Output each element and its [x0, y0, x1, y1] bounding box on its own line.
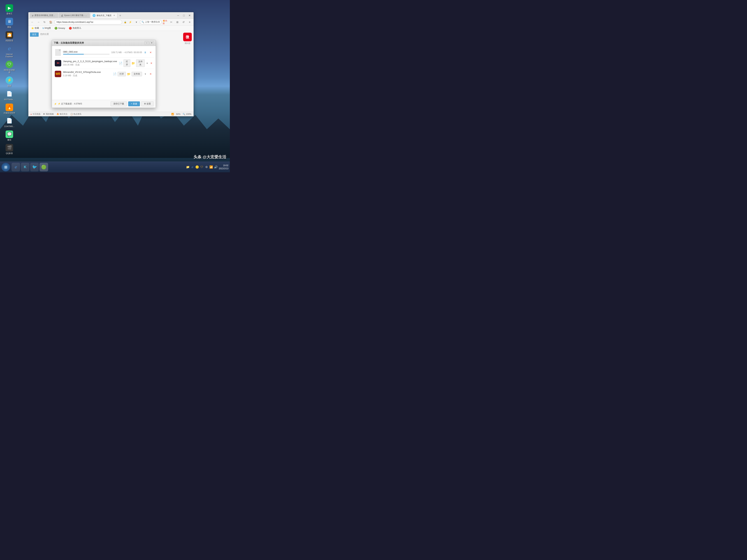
desktop-icon-file60[interactable]: 📄 60376e6e...: [2, 89, 17, 101]
status-bar: ● 今日优选 ▶ 我的视频 🔥 每日关注 📋 热点资讯 📶 84% 🔍 100%: [28, 112, 194, 116]
tray-settings-icon[interactable]: ⚙: [205, 165, 208, 169]
search-icon: 🔍: [141, 21, 144, 23]
expand-btn-2[interactable]: ▾: [146, 61, 149, 65]
download-meta-2: 333.35 MB · 完成: [63, 63, 117, 66]
desktop-icon-qiyi[interactable]: ▶ 爱奇艺: [2, 4, 17, 16]
bookmark-bing[interactable]: b bing搜: [41, 26, 52, 30]
filename-2: Jianying_pro_2_3_0_5110_jianyingpro_baid…: [63, 60, 117, 63]
forward-button[interactable]: →: [36, 20, 41, 25]
download-item-1: l380_l383.exe 109.71 MB - 4.07M/S 00:00:…: [53, 47, 154, 58]
desktop-icon-qq-video[interactable]: 🎬 QQ影音: [2, 143, 17, 155]
desktop-icon-net[interactable]: 🖥 网络: [2, 17, 17, 29]
open-file-icon-2: 📄: [119, 61, 123, 65]
minimize-button[interactable]: ─: [176, 13, 181, 18]
start-button[interactable]: [1, 163, 10, 171]
tab-3[interactable]: 🌐 驱动天空_下载页 ✕: [90, 13, 118, 18]
screenshot-tool[interactable]: ✂: [169, 20, 174, 25]
dropdown-btn[interactable]: ▾: [134, 20, 139, 25]
maximize-button[interactable]: □: [181, 13, 186, 18]
tray-icons: 📁 ℯ 🟡 🛡 ⚙ 📶 🔊: [186, 165, 218, 169]
dialog-minimize-btn[interactable]: ─: [145, 41, 149, 45]
dialog-controls: ─ ✕: [145, 41, 154, 45]
grid-view-icon[interactable]: ⊞: [175, 20, 180, 25]
desktop-icon-wechat[interactable]: 💬 微信: [2, 130, 17, 142]
tab-3-icon: 🌐: [93, 14, 96, 17]
lightning-icon: ⚡: [128, 20, 133, 25]
hot-news-btn[interactable]: 📋 热点资讯: [70, 113, 81, 115]
new-tab-button[interactable]: +: [118, 13, 123, 18]
lightning-icon: ⚡: [54, 103, 57, 105]
close-button[interactable]: ✕: [187, 13, 192, 18]
tab-2-icon: 🖨: [61, 14, 63, 17]
stop-button-1[interactable]: ✕: [149, 50, 153, 55]
bookmark-old-west[interactable]: 🔴 泡老西儿: [67, 26, 83, 30]
desktop-icon-video[interactable]: 🎦 光影影音: [2, 30, 17, 43]
delete-btn-3[interactable]: ✕: [149, 72, 153, 76]
bird-icon: 🐦: [32, 165, 37, 169]
download-speed-val-1: 4.07M/S: [125, 51, 133, 54]
taskbar-bird[interactable]: 🐦: [30, 163, 39, 171]
address-input[interactable]: [54, 20, 122, 24]
old-west-icon: 🔴: [69, 27, 72, 30]
download-info-2: Jianying_pro_2_3_0_5110_jianyingpro_baid…: [63, 60, 117, 66]
desktop-icon-xunlei[interactable]: ⚡ 迅雷: [2, 76, 17, 88]
tab-2[interactable]: 🖨 Epson L383 驱动下载 - 驱动天: [58, 13, 90, 18]
taskbar-k[interactable]: K: [21, 163, 29, 171]
tray-folder-icon[interactable]: 📁: [186, 165, 190, 169]
nav-home-btn[interactable]: 首页: [30, 32, 39, 37]
expand-btn-3[interactable]: ▾: [143, 72, 148, 76]
bookmark-greasy[interactable]: 🟢 Greasy: [53, 26, 67, 30]
menu-button[interactable]: ≡: [187, 20, 192, 25]
search-query: 上海一教师自杀: [145, 21, 160, 24]
desktop-icon-area: ▶ 爱奇艺 🖥 网络 🎦 光影影音 ℯ Internet Explorer 🛡 …: [2, 4, 17, 155]
desktop-icon-file21[interactable]: 📄 21047885...: [2, 116, 17, 128]
page-content: 首页 您的位置 微 博问答: [28, 31, 194, 40]
open-btn-3[interactable]: 打开: [118, 72, 126, 76]
weibo-icon[interactable]: 微: [183, 33, 192, 41]
clear-downloads-btn[interactable]: 清空已下载: [111, 101, 127, 106]
browser-title-bar: ℯ 爱普生l383驱动_百度搜索 🖨 Epson L383 驱动下载 - 驱动天…: [28, 12, 194, 19]
file-icon-3: WR: [55, 71, 61, 77]
folder-btn-3[interactable]: 文件夹: [132, 72, 142, 76]
new-download-btn[interactable]: + 新建: [128, 101, 140, 106]
download-list: l380_l383.exe 109.71 MB - 4.07M/S 00:00:…: [52, 46, 156, 100]
refresh-button[interactable]: ↻: [42, 20, 47, 25]
tray-orange-icon[interactable]: 🟡: [195, 165, 199, 169]
dialog-footer: ⚡ ⚡ 总下载速度：4.07M/S 清空已下载 + 新建 ⚙ 设置: [52, 100, 156, 108]
ie-icon: ℯ: [15, 165, 17, 169]
desktop-icon-ie[interactable]: ℯ Internet Explorer: [2, 44, 17, 58]
back-button[interactable]: ←: [30, 20, 35, 25]
delete-btn-2[interactable]: ✕: [150, 61, 153, 65]
folder-btn-2[interactable]: 文件夹: [136, 59, 145, 67]
download-item-3: WR Winrarx64_V5.9.0_XiTongZhiJia.exe 3.1…: [53, 69, 154, 79]
zoom-level: 🔍 100%: [183, 113, 191, 115]
tab-3-close-icon[interactable]: ✕: [113, 14, 115, 17]
daily-focus-btn[interactable]: 🔥 每日关注: [56, 113, 68, 115]
progress-bar-1: [63, 54, 109, 55]
pause-button-1[interactable]: ⏸: [143, 50, 148, 55]
today-pick[interactable]: ● 今日优选: [30, 113, 41, 115]
clock-date: 2022/2/13: [219, 167, 228, 170]
desktop-icon-label: 迅雷: [7, 85, 11, 87]
desktop-icon-firewall[interactable]: 🔥 火绒安全软件: [2, 103, 17, 115]
taskbar-ie[interactable]: ℯ: [11, 163, 20, 171]
tray-security-icon[interactable]: 🛡: [200, 165, 204, 169]
open-btn-2[interactable]: 打开: [124, 59, 131, 67]
dialog-close-btn[interactable]: ✕: [150, 41, 154, 45]
weibo-area: 微 博问答: [183, 33, 192, 45]
taskbar-green[interactable]: 🟢: [40, 163, 48, 171]
tray-ie-icon[interactable]: ℯ: [190, 165, 195, 169]
settings-btn[interactable]: ⚙ 设置: [141, 101, 154, 106]
my-video-btn[interactable]: ▶ 我的视频: [43, 113, 54, 115]
tray-volume-icon[interactable]: 🔊: [214, 165, 218, 169]
download-item-2: ✂ Jianying_pro_2_3_0_5110_jianyingpro_ba…: [53, 58, 154, 69]
tab-1[interactable]: ℯ 爱普生l383驱动_百度搜索: [30, 13, 58, 18]
bookmark-favorites[interactable]: ⭐ 收藏: [30, 26, 41, 30]
signal-icon: 📶: [171, 113, 174, 115]
refresh-settings[interactable]: ↺: [181, 20, 186, 25]
home-button[interactable]: 🏠: [48, 20, 53, 25]
greasy-icon: 🟢: [54, 27, 57, 30]
desktop-icon-360[interactable]: 🛡 360安全浏览器: [2, 60, 17, 74]
clock-time: 19:02: [219, 164, 228, 167]
system-clock: 19:02 2022/2/13: [219, 164, 228, 170]
